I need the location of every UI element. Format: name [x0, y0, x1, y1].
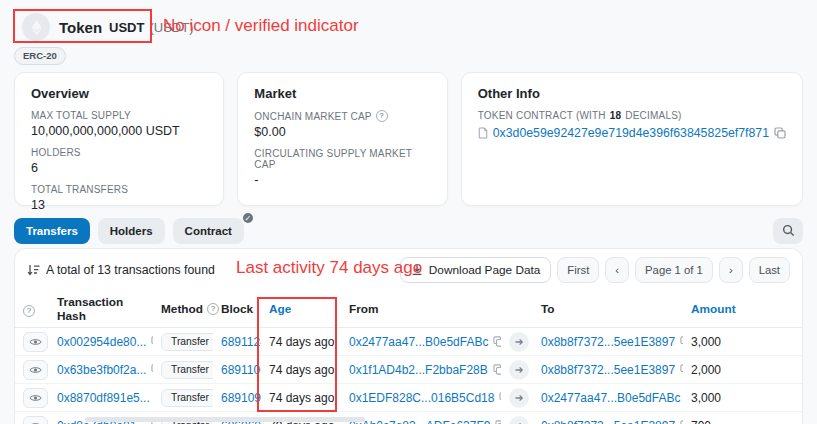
- pagination-page-indicator: Page 1 of 1: [635, 257, 713, 283]
- help-icon[interactable]: ?: [207, 303, 219, 315]
- eye-button[interactable]: [23, 360, 48, 380]
- transfers-tbody: 0x002954de80... Transfer 6891124 74 days…: [15, 328, 802, 424]
- from-address-link[interactable]: 0x2477aa47...B0e5dFABc: [349, 335, 488, 349]
- token-contract-label: TOKEN CONTRACT (WITH 18 DECIMALS): [478, 110, 786, 121]
- token-symbol: USDT: [109, 20, 144, 35]
- tx-hash-link[interactable]: 0x63be3fb0f2a...: [57, 363, 146, 377]
- circulating-supply-market-cap-value: -: [254, 173, 430, 187]
- eye-icon: [29, 337, 42, 347]
- from-address-link[interactable]: 0x1EDF828C...016B5Cd18: [349, 391, 494, 405]
- tab-contract[interactable]: Contract: [173, 218, 244, 244]
- block-link[interactable]: 6891124: [221, 335, 261, 349]
- block-link[interactable]: 6891106: [221, 363, 261, 377]
- other-info-card: Other Info TOKEN CONTRACT (WITH 18 DECIM…: [461, 72, 803, 206]
- to-address-link[interactable]: 0x8b8f7372...5ee1E3897: [541, 335, 675, 349]
- copy-icon[interactable]: [493, 364, 501, 375]
- to-address-link[interactable]: 0x8b8f7372...5ee1E3897: [541, 363, 675, 377]
- pagination-prev-button[interactable]: ‹: [605, 257, 629, 283]
- copy-icon[interactable]: [680, 336, 683, 347]
- market-card: Market ONCHAIN MARKET CAP ? $0.00 CIRCUL…: [237, 72, 447, 206]
- pagination-next-button[interactable]: ›: [719, 257, 743, 283]
- transfers-table: ? Transaction Hash Method ? Block Age Fr…: [15, 291, 802, 424]
- onchain-market-cap-label: ONCHAIN MARKET CAP ?: [254, 110, 430, 122]
- overview-card-title: Overview: [31, 86, 207, 101]
- copy-icon[interactable]: [499, 392, 501, 403]
- from-address-link[interactable]: 0xAb0c7e83...ADFe637F9: [349, 419, 490, 424]
- tabs-row: Transfers Holders Contract ✓: [14, 217, 803, 244]
- copy-icon[interactable]: [495, 420, 501, 424]
- table-header-row: ? Transaction Hash Method ? Block Age Fr…: [15, 291, 802, 328]
- transfers-summary: A total of 13 transactions found: [46, 263, 215, 277]
- pagination-first-button[interactable]: First: [557, 257, 599, 283]
- to-address-link[interactable]: 0x2477aa47...B0e5dFABc: [541, 391, 680, 405]
- circulating-supply-market-cap-label: CIRCULATING SUPPLY MARKET CAP: [254, 148, 430, 170]
- copy-icon[interactable]: [493, 336, 501, 347]
- overview-card: Overview MAX TOTAL SUPPLY 10,000,000,000…: [14, 72, 224, 206]
- max-total-supply-label: MAX TOTAL SUPPLY: [31, 110, 207, 121]
- holders-label: HOLDERS: [31, 147, 207, 158]
- column-header-arrow: [501, 291, 533, 328]
- tab-transfers[interactable]: Transfers: [14, 218, 90, 244]
- block-link[interactable]: 6891092: [221, 391, 261, 405]
- other-info-card-title: Other Info: [478, 86, 786, 101]
- arrow-right-icon: [509, 332, 529, 352]
- help-icon[interactable]: ?: [376, 110, 388, 122]
- token-icon: [22, 13, 50, 41]
- copy-icon[interactable]: [151, 364, 153, 375]
- document-icon: [478, 127, 488, 139]
- tx-hash-link[interactable]: 0x002954de80...: [57, 335, 146, 349]
- age-cell: 74 days ago: [261, 384, 341, 412]
- from-address-link[interactable]: 0x1f1AD4b2...F2bbaF28B: [349, 363, 488, 377]
- age-cell: 74 days ago: [261, 328, 341, 356]
- verified-check-icon: ✓: [241, 211, 255, 225]
- tx-hash-link[interactable]: 0x8870df891e5...: [57, 391, 150, 405]
- amount-cell: 3,000: [683, 328, 802, 356]
- copy-icon[interactable]: [680, 364, 683, 375]
- eye-button[interactable]: [23, 332, 48, 352]
- tab-holders[interactable]: Holders: [98, 218, 165, 244]
- column-header-age[interactable]: Age: [261, 291, 341, 328]
- eye-button[interactable]: [23, 388, 48, 408]
- copy-icon[interactable]: [774, 127, 786, 139]
- arrow-right-icon: [509, 360, 529, 380]
- column-header-to: To: [533, 291, 683, 328]
- download-page-data-button[interactable]: Download Page Data: [400, 257, 552, 283]
- onchain-market-cap-value: $0.00: [254, 125, 430, 139]
- amount-cell: 3,000: [683, 384, 802, 412]
- token-symbol-secondary: (USDT): [149, 20, 193, 35]
- amount-cell: 2,000: [683, 356, 802, 384]
- download-icon: [411, 264, 423, 276]
- column-header-amount[interactable]: Amount: [683, 291, 802, 328]
- arrow-right-icon: [509, 416, 529, 424]
- download-page-data-label: Download Page Data: [429, 263, 541, 277]
- help-icon[interactable]: ?: [23, 305, 35, 317]
- eye-icon: [29, 393, 42, 403]
- sort-icon[interactable]: [27, 264, 40, 276]
- column-header-block: Block: [213, 291, 261, 328]
- age-cell: 74 days ago: [261, 356, 341, 384]
- search-button[interactable]: [773, 218, 803, 244]
- holders-value: 6: [31, 161, 207, 175]
- market-card-title: Market: [254, 86, 430, 101]
- token-header: Token USDT (USDT): [0, 0, 817, 42]
- horizontal-scrollbar[interactable]: [85, 417, 365, 422]
- method-badge: Transfer: [161, 361, 213, 379]
- column-header-method-label: Method: [161, 302, 203, 316]
- copy-icon[interactable]: [680, 420, 683, 424]
- copy-icon[interactable]: [151, 336, 153, 347]
- to-address-link[interactable]: 0x8b8f7372...5ee1E3897: [541, 419, 675, 424]
- transfers-toolbar: A total of 13 transactions found Downloa…: [15, 249, 802, 291]
- contract-address-link[interactable]: 0x3d0e59e92427e9e719d4e396f63845825ef7f8…: [493, 126, 769, 140]
- method-badge: Transfer: [161, 333, 213, 351]
- column-header-from: From: [341, 291, 501, 328]
- token-contract-decimals: 18: [610, 110, 622, 121]
- column-header-method: Method ?: [153, 291, 213, 328]
- onchain-market-cap-label-text: ONCHAIN MARKET CAP: [254, 111, 371, 122]
- eye-icon: [29, 365, 42, 375]
- arrow-right-icon: [509, 388, 529, 408]
- eye-button[interactable]: [23, 416, 48, 424]
- total-transfers-label: TOTAL TRANSFERS: [31, 184, 207, 195]
- pagination-last-button[interactable]: Last: [749, 257, 790, 283]
- table-row: 0x63be3fb0f2a... Transfer 6891106 74 day…: [15, 356, 802, 384]
- search-icon: [782, 224, 795, 237]
